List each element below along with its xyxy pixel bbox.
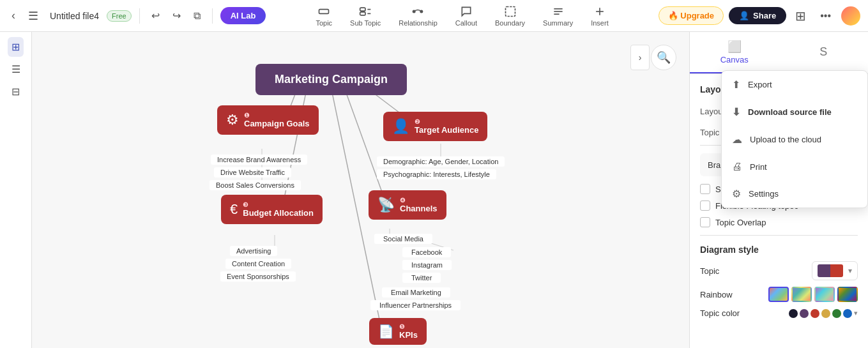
menu-button[interactable]: ☰ bbox=[24, 6, 42, 26]
insert-tool[interactable]: Insert bbox=[583, 3, 616, 29]
color-dot-4 bbox=[821, 309, 830, 318]
callout-tool[interactable]: Callout bbox=[448, 3, 485, 29]
dropdown-export[interactable]: ⬆ Export bbox=[722, 71, 867, 98]
rainbow-row: Rainbow bbox=[700, 287, 858, 302]
subitem-twitter: Twitter bbox=[402, 273, 441, 283]
upload-icon: ☁ bbox=[732, 133, 742, 146]
subtopic-tool-label: Sub Topic bbox=[350, 19, 381, 27]
grid-view-button[interactable]: ⊞ bbox=[8, 37, 24, 57]
upgrade-button[interactable]: 🔥 Upgrade bbox=[659, 6, 724, 25]
more-button[interactable]: ••• bbox=[815, 8, 836, 24]
canvas-area[interactable]: Marketing Campaign ⚙ ❶ Campaign Goals In… bbox=[32, 32, 689, 348]
channels-icon: 📡 bbox=[377, 197, 395, 213]
color-dot-6 bbox=[843, 309, 852, 318]
campaign-goals-number: ❶ bbox=[244, 112, 310, 119]
more-colors-button[interactable]: ▾ bbox=[854, 309, 858, 317]
channels-label: Channels bbox=[400, 204, 438, 213]
relationship-tool-label: Relationship bbox=[399, 19, 438, 27]
canvas-tab-label: Canvas bbox=[720, 55, 749, 64]
subitem-influencer: Influencer Partnerships bbox=[370, 300, 461, 310]
divider-style bbox=[700, 235, 858, 236]
main-area: ⊞ ☰ ⊟ Ma bbox=[0, 32, 868, 348]
style-tab[interactable]: S bbox=[779, 32, 869, 73]
topic-overlap-label: Topic Overlap bbox=[715, 218, 766, 227]
copy-button[interactable]: ⧉ bbox=[190, 8, 204, 24]
topic-overlap-option: Topic Overlap bbox=[700, 217, 858, 227]
color-dot-2 bbox=[800, 309, 809, 318]
canvas-tab-icon: ⬜ bbox=[697, 40, 772, 54]
settings-icon: ⚙ bbox=[732, 188, 741, 200]
subtopic-tool[interactable]: Sub Topic bbox=[342, 3, 388, 29]
channels-number: ❹ bbox=[400, 197, 438, 204]
panel-toggle-button[interactable]: › bbox=[630, 45, 650, 70]
svg-rect-7 bbox=[505, 6, 515, 16]
redo-button[interactable]: ↪ bbox=[169, 7, 185, 24]
branch-budget[interactable]: € ❸ Budget Allocation bbox=[221, 195, 323, 224]
rainbow-label: Rainbow bbox=[700, 290, 733, 299]
central-node-label: Marketing Campaign bbox=[275, 73, 388, 86]
divider-2 bbox=[212, 8, 213, 24]
topic-tool[interactable]: Topic bbox=[308, 3, 340, 29]
dropdown-download[interactable]: ⬇ Download source file bbox=[722, 98, 867, 126]
branch-kpis[interactable]: 📄 ❺ KPIs bbox=[369, 318, 427, 345]
color-dots[interactable]: ▾ bbox=[789, 309, 858, 318]
topic-chevron-icon: ▾ bbox=[848, 266, 852, 275]
upload-label: Upload to the cloud bbox=[750, 135, 821, 144]
rainbow-swatch-2[interactable] bbox=[791, 287, 812, 302]
same-level-checkbox[interactable] bbox=[700, 184, 710, 194]
branch-channels[interactable]: 📡 ❹ Channels bbox=[369, 190, 446, 220]
rainbow-swatch-3[interactable] bbox=[814, 287, 835, 302]
subitem-event-sponsorships: Event Sponsorships bbox=[220, 271, 296, 282]
right-panel: ⬜ Canvas S Layout Layout ⊞ ☷ ⊟ Topic Spa… bbox=[689, 32, 868, 348]
subitem-advertising: Advertising bbox=[230, 246, 277, 256]
print-icon: 🖨 bbox=[732, 161, 742, 172]
budget-number: ❸ bbox=[243, 201, 314, 208]
canvas-tab[interactable]: ⬜ Canvas bbox=[690, 32, 779, 73]
subitem-website-traffic: Drive Website Traffic bbox=[214, 167, 291, 178]
ai-lab-button[interactable]: AI Lab bbox=[220, 7, 266, 24]
undo-button[interactable]: ↩ bbox=[148, 7, 164, 24]
color-dot-5 bbox=[832, 309, 841, 318]
panel-tabs: ⬜ Canvas S bbox=[690, 32, 868, 74]
topic-overlap-checkbox[interactable] bbox=[700, 217, 710, 227]
list-view-button[interactable]: ☰ bbox=[8, 59, 24, 79]
subitem-psychographic: Psychographic: Interests, Lifestyle bbox=[377, 169, 496, 179]
download-label: Download source file bbox=[748, 107, 832, 117]
apps-button[interactable]: ⊞ bbox=[791, 6, 810, 26]
share-button[interactable]: 👤 Share bbox=[729, 7, 786, 24]
subitem-instagram: Instagram bbox=[402, 260, 452, 270]
relationship-tool[interactable]: Relationship bbox=[391, 3, 445, 29]
topic-selector[interactable]: ▾ bbox=[812, 261, 858, 280]
summary-tool-label: Summary bbox=[543, 19, 573, 27]
app-title: Untitled file4 bbox=[50, 11, 99, 21]
dropdown-print[interactable]: 🖨 Print bbox=[722, 153, 867, 180]
dropdown-settings[interactable]: ⚙ Settings bbox=[722, 180, 867, 208]
budget-label: Budget Allocation bbox=[243, 208, 314, 218]
rainbow-swatch-4[interactable] bbox=[837, 287, 858, 302]
svg-rect-1 bbox=[360, 8, 365, 11]
branch-target-audience[interactable]: 👤 ❷ Target Audience bbox=[383, 112, 487, 141]
color-dot-3 bbox=[811, 309, 819, 318]
flexible-checkbox[interactable] bbox=[700, 200, 710, 211]
dropdown-upload[interactable]: ☁ Upload to the cloud bbox=[722, 126, 867, 153]
kpis-number: ❺ bbox=[399, 323, 418, 330]
back-button[interactable]: ‹ bbox=[8, 6, 19, 25]
free-badge: Free bbox=[107, 10, 132, 22]
subitem-facebook: Facebook bbox=[402, 247, 451, 257]
budget-icon: € bbox=[230, 201, 238, 218]
summary-tool[interactable]: Summary bbox=[535, 3, 581, 29]
boundary-tool-label: Boundary bbox=[495, 19, 525, 27]
subitem-sales-conversions: Boost Sales Conversions bbox=[209, 180, 301, 190]
outline-view-button[interactable]: ⊟ bbox=[8, 82, 24, 102]
rainbow-options bbox=[768, 287, 858, 302]
rainbow-swatch-1[interactable] bbox=[768, 287, 789, 302]
boundary-tool[interactable]: Boundary bbox=[487, 3, 533, 29]
user-avatar[interactable] bbox=[841, 6, 860, 26]
branch-campaign-goals[interactable]: ⚙ ❶ Campaign Goals bbox=[217, 105, 319, 135]
print-label: Print bbox=[750, 162, 767, 172]
topic-color-preview bbox=[818, 264, 843, 277]
callout-tool-label: Callout bbox=[455, 19, 477, 27]
search-button[interactable]: 🔍 bbox=[651, 45, 676, 70]
central-node[interactable]: Marketing Campaign bbox=[255, 64, 407, 95]
target-audience-label: Target Audience bbox=[415, 125, 478, 135]
